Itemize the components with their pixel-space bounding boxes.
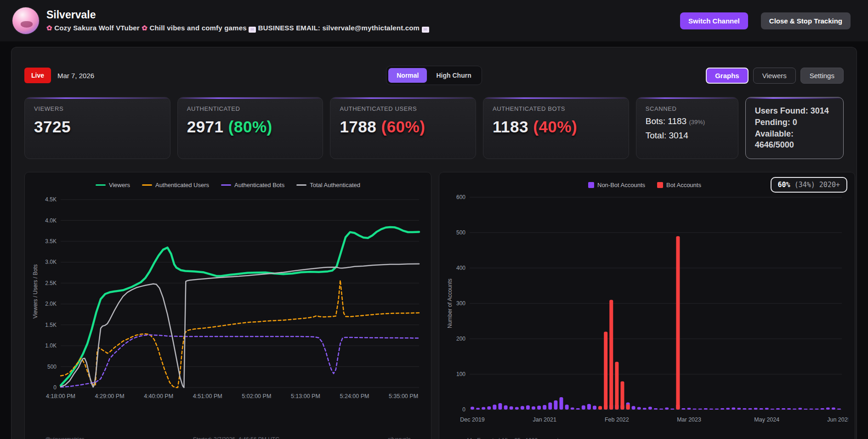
footer-started: Started: 3/7/2026, 4:46:56 PM UTC [193,436,279,439]
charts-row: Viewers Authenticated Users Authenticate… [24,172,844,439]
svg-text:4:40:00 PM: 4:40:00 PM [144,393,173,399]
stat-card-authenticated: AUTHENTICATED 2971 (80%) [177,97,323,159]
stream-date: Mar 7, 2026 [57,72,94,80]
badge-range: 2020+ [819,181,840,189]
controls-row: Live Mar 7, 2026 Normal High Churn Graph… [24,66,844,85]
svg-text:100: 100 [456,371,465,377]
stat-value: 3725 [34,118,161,136]
close-stop-tracking-button[interactable]: Close & Stop Tracking [761,12,851,29]
users-found-line: Users Found: 3014 [755,105,834,117]
channel-avatar [12,7,39,34]
svg-text:2.5K: 2.5K [45,280,57,286]
svg-text:1.5K: 1.5K [45,322,57,328]
svg-text:5:24:00 PM: 5:24:00 PM [340,393,369,399]
svg-text:5:02:00 PM: 5:02:00 PM [242,393,271,399]
mode-normal-button[interactable]: Normal [388,68,427,83]
svg-text:4:18:00 PM: 4:18:00 PM [46,393,75,399]
stat-label: AUTHENTICATED BOTS [493,105,619,112]
account-age-badge: 60% (34%) 2020+ [771,177,847,193]
footer-channel: silvervale [388,436,411,439]
badge-sub-percent: (34%) [794,181,815,189]
dashboard-panel: Live Mar 7, 2026 Normal High Churn Graph… [11,47,857,439]
svg-text:May 2024: May 2024 [754,416,779,423]
svg-text:Mar 2023: Mar 2023 [677,416,701,423]
stat-label: AUTHENTICATED USERS [340,105,466,112]
legend-label: Authenticated Bots [234,182,284,188]
channel-title: Silvervale [46,9,429,21]
svg-text:Feb 2022: Feb 2022 [605,416,629,423]
flower-icon: ✿ [142,24,148,32]
bot-legend-swatch [657,182,663,188]
total-auth-legend-swatch [296,184,306,186]
tab-settings[interactable]: Settings [800,68,844,84]
stat-percent: (40%) [533,118,577,136]
stat-percent: (80%) [228,118,272,136]
channel-subtitle: ✿ Cozy Sakura Wolf VTuber ✿ Chill vibes … [46,24,429,33]
stat-label: SCANNED [646,105,729,112]
flower-icon: ✿ [46,24,52,32]
viewers-line-chart: 05001.0K1.5K2.0K2.5K3.0K3.5K4.0K4.5K4:18… [31,192,425,403]
envelope-icon: ✉ [422,27,429,33]
auth-users-legend-swatch [142,184,152,186]
svg-text:4.5K: 4.5K [45,196,57,203]
subtitle-email: BUSINESS EMAIL: silvervale@mythictalent.… [258,24,420,32]
svg-text:4:29:00 PM: 4:29:00 PM [95,393,125,399]
available-value-line: 4646/5000 [755,139,834,151]
svg-text:Number of Accounts: Number of Accounts [447,279,453,328]
mode-high-churn-button[interactable]: High Churn [428,68,479,83]
svg-text:500: 500 [47,364,57,370]
svg-text:5:13:00 PM: 5:13:00 PM [291,393,320,399]
stats-row: VIEWERS 3725 AUTHENTICATED 2971 (80%) AU… [24,97,844,159]
svg-text:Jan 2021: Jan 2021 [533,416,556,423]
legend-label: Authenticated Users [155,182,209,188]
scanned-total-line: Total: 3014 [646,131,729,141]
tab-graphs[interactable]: Graphs [706,68,749,84]
bar-chart-footer: 44 - Expected After 35 - 1000 accounts [446,437,848,439]
scanned-bots-line: Bots: 1183 (39%) [646,116,729,126]
stat-label: VIEWERS [34,105,161,112]
viewers-legend-swatch [96,184,106,186]
stat-value: 1788 (60%) [340,118,466,136]
svg-text:Jun 2025: Jun 2025 [827,416,848,423]
live-badge: Live [24,68,51,83]
svg-text:5:35:00 PM: 5:35:00 PM [389,393,418,399]
scanned-bots-percent: (39%) [689,119,705,125]
footer-watermark: @viewermetrics [45,436,85,439]
switch-channel-button[interactable]: Switch Channel [680,12,748,29]
available-label-line: Available: [755,128,834,140]
stat-card-viewers: VIEWERS 3725 [24,97,170,159]
tab-viewers[interactable]: Viewers [753,68,796,84]
stat-card-authenticated-bots: AUTHENTICATED BOTS 1183 (40%) [483,97,629,159]
viewers-line-chart-panel: Viewers Authenticated Users Authenticate… [24,172,431,439]
auth-bots-legend-swatch [221,184,231,186]
svg-text:4.0K: 4.0K [45,217,57,224]
stat-value: 2971 (80%) [187,118,314,136]
legend-label: Viewers [109,182,130,188]
footer-expected: 44 - Expected After 35 - 1000 accounts [466,437,561,439]
legend-label: Bot Accounts [666,182,701,188]
svg-text:0: 0 [462,406,465,413]
svg-text:2.0K: 2.0K [45,301,57,308]
svg-text:0: 0 [53,384,57,391]
svg-text:3.5K: 3.5K [45,238,57,245]
accounts-bar-chart: 0100200300400500600Dec 2019Jan 2021Feb 2… [446,192,848,427]
badge-percent: 60% [778,181,790,189]
legend-label: Non-Bot Accounts [597,182,645,188]
legend-label: Total Authenticated [310,182,360,188]
svg-text:Dec 2019: Dec 2019 [460,416,485,423]
churn-mode-toggle: Normal High Churn [386,66,482,85]
subtitle-segment: Cozy Sakura Wolf VTuber [54,24,140,32]
svg-text:3.0K: 3.0K [45,259,57,266]
svg-text:600: 600 [456,194,465,200]
line-chart-footer: @viewermetrics Started: 3/7/2026, 4:46:5… [31,436,425,439]
stat-label: AUTHENTICATED [187,105,314,112]
stat-percent: (60%) [381,118,425,136]
pending-line: Pending: 0 [755,117,834,128]
line-chart-legend: Viewers Authenticated Users Authenticate… [31,178,425,192]
stat-card-users-found: Users Found: 3014 Pending: 0 Available: … [745,97,844,159]
stat-card-scanned: SCANNED Bots: 1183 (39%) Total: 3014 [636,97,738,159]
svg-text:300: 300 [456,300,465,307]
envelope-icon: ✉ [249,27,256,33]
subtitle-segment: Chill vibes and comfy games [149,24,246,32]
app-header: Silvervale ✿ Cozy Sakura Wolf VTuber ✿ C… [0,0,868,41]
